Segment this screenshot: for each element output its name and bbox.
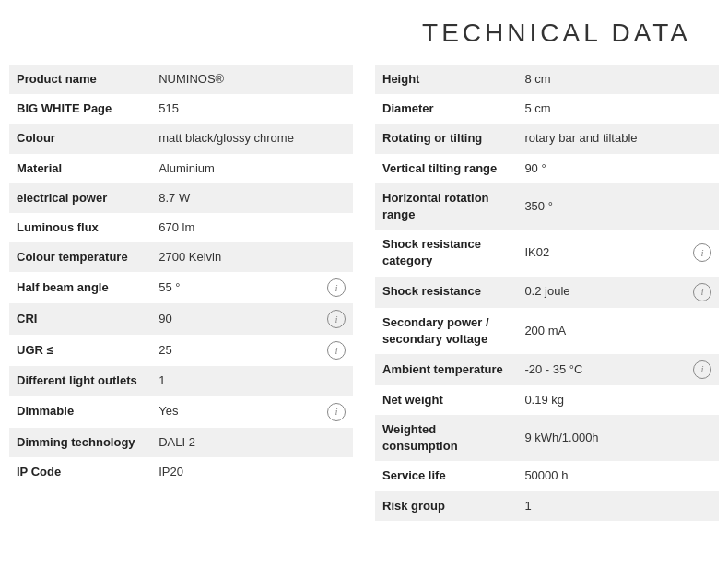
row-icon-cell: i [320,272,353,303]
row-icon-cell [686,183,719,230]
row-value: 350 ° [517,183,686,230]
table-row: Secondary power / secondary voltage200 m… [375,308,719,354]
row-icon-cell [686,154,719,183]
row-label: Different light outlets [9,366,151,396]
row-label: Ambient temperature [375,354,517,385]
title-row: Technical Data [9,18,719,48]
row-value: 515 [151,94,320,124]
table-row: Risk group1 [375,491,719,521]
row-value: 25 [151,335,320,366]
row-label: BIG WHITE Page [9,94,151,124]
row-value: 1 [151,366,320,396]
row-label: Net weight [375,385,517,415]
row-label: Dimmable [9,396,151,428]
row-icon-cell [320,242,353,272]
table-row: MaterialAluminium [9,154,353,183]
row-label: Diameter [375,94,517,124]
row-value: rotary bar and tiltable [517,124,686,153]
table-row: Service life50000 h [375,461,719,490]
row-label: Rotating or tilting [375,124,517,153]
row-value: 0.19 kg [517,385,686,415]
table-row: Shock resistance0.2 joulei [375,277,719,308]
row-label: electrical power [9,183,151,213]
table-row: Product nameNUMINOS® [9,65,353,94]
row-value: 670 lm [151,213,320,242]
table-row: Shock resistance categoryIK02i [375,230,719,276]
left-table: Product nameNUMINOS®BIG WHITE Page515Col… [9,65,353,521]
row-label: Product name [9,65,151,94]
row-value: 200 mA [517,308,686,354]
row-value: matt black/glossy chrome [151,124,320,153]
table-row: Dimming technologyDALI 2 [9,428,353,457]
row-icon-cell [320,457,353,487]
table-row: DimmableYesi [9,396,353,428]
info-icon[interactable]: i [327,278,346,297]
row-value: IK02 [517,230,686,276]
row-label: Weighted consumption [375,415,517,461]
row-label: Half beam angle [9,272,151,303]
row-label: Risk group [375,491,517,521]
row-icon-cell: i [686,277,719,308]
table-row: BIG WHITE Page515 [9,94,353,124]
row-icon-cell [320,94,353,124]
row-label: Material [9,154,151,183]
row-icon-cell: i [686,230,719,276]
info-icon[interactable]: i [693,243,711,262]
row-value: IP20 [151,457,320,487]
page-title: Technical Data [422,18,691,48]
info-icon[interactable]: i [327,403,346,421]
row-icon-cell: i [686,354,719,385]
row-icon-cell [686,308,719,354]
table-row: Height8 cm [375,65,719,94]
table-row: Luminous flux670 lm [9,213,353,242]
info-icon[interactable]: i [327,310,346,328]
info-icon[interactable]: i [693,283,711,301]
row-icon-cell [320,213,353,242]
row-label: UGR ≤ [9,335,151,366]
row-label: Colour temperature [9,242,151,272]
row-value: 5 cm [517,94,686,124]
table-row: Colourmatt black/glossy chrome [9,124,353,153]
row-label: Horizontal rotation range [375,183,517,230]
row-icon-cell: i [320,396,353,428]
row-icon-cell [686,491,719,521]
row-label: CRI [9,303,151,335]
row-icon-cell [320,65,353,94]
table-row: electrical power8.7 W [9,183,353,213]
row-label: Luminous flux [9,213,151,242]
row-icon-cell [686,385,719,415]
row-value: DALI 2 [151,428,320,457]
page: Technical Data Product nameNUMINOS®BIG W… [0,0,728,539]
row-value: 8 cm [517,65,686,94]
row-value: 2700 Kelvin [151,242,320,272]
row-icon-cell [320,366,353,396]
row-label: Colour [9,124,151,153]
table-row: Colour temperature2700 Kelvin [9,242,353,272]
row-label: Service life [375,461,517,490]
row-value: 90 [151,303,320,335]
table-row: UGR ≤25i [9,335,353,366]
row-label: Vertical tilting range [375,154,517,183]
row-value: 55 ° [151,272,320,303]
row-label: IP Code [9,457,151,487]
table-row: Ambient temperature-20 - 35 °Ci [375,354,719,385]
row-label: Shock resistance category [375,230,517,276]
table-row: Weighted consumption9 kWh/1.000h [375,415,719,461]
row-icon-cell [320,183,353,213]
table-row: Vertical tilting range90 ° [375,154,719,183]
row-icon-cell [320,428,353,457]
row-value: Aluminium [151,154,320,183]
right-table: Height8 cmDiameter5 cmRotating or tiltin… [375,65,719,521]
info-icon[interactable]: i [327,341,346,360]
table-row: Rotating or tiltingrotary bar and tiltab… [375,124,719,153]
row-value: 8.7 W [151,183,320,213]
table-row: Half beam angle55 °i [9,272,353,303]
info-icon[interactable]: i [693,360,711,379]
table-row: Different light outlets1 [9,366,353,396]
row-icon-cell: i [320,335,353,366]
row-icon-cell: i [320,303,353,335]
row-value: Yes [151,396,320,428]
row-icon-cell [686,124,719,153]
row-label: Shock resistance [375,277,517,308]
row-value: 9 kWh/1.000h [517,415,686,461]
